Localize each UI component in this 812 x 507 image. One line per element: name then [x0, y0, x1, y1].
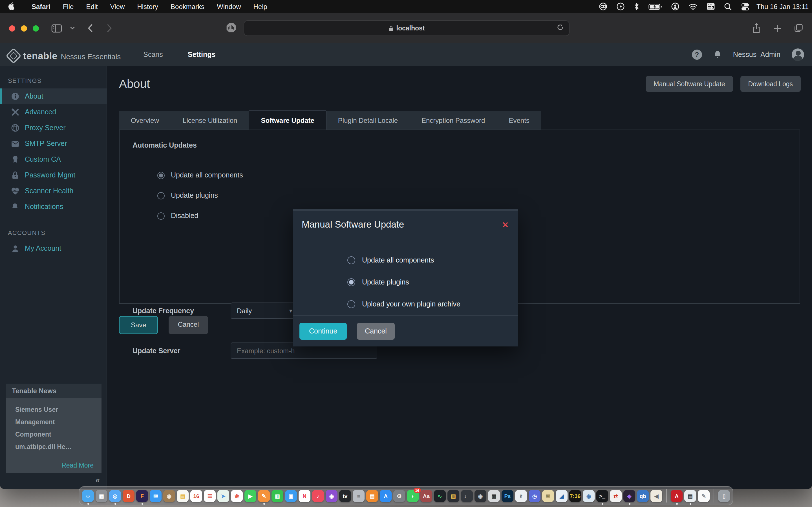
read-more-link[interactable]: Read More [15, 462, 94, 469]
sidebar-item-smtp-server[interactable]: SMTP Server [0, 136, 107, 152]
menu-file[interactable]: File [57, 3, 80, 10]
control-center-icon[interactable] [741, 3, 750, 10]
dock-icon-safari[interactable]: ◎ [109, 490, 121, 502]
brand-name[interactable]: tenable [23, 50, 57, 62]
sidebar-item-notifications[interactable]: Notifications [0, 199, 107, 215]
tab-software-update[interactable]: Software Update [249, 111, 326, 129]
sidebar-item-about[interactable]: About [0, 89, 107, 104]
nav-scans[interactable]: Scans [143, 51, 163, 59]
username[interactable]: Nessus_Admin [733, 51, 780, 59]
radio-icon[interactable] [157, 172, 165, 179]
minimize-window-button[interactable] [21, 25, 27, 31]
new-tab-icon[interactable] [773, 24, 781, 33]
dock-icon-facetime[interactable]: ▶ [245, 490, 256, 502]
dock-icon-notes[interactable]: ▤ [177, 490, 189, 502]
save-button[interactable]: Save [119, 316, 158, 334]
bluetooth-icon[interactable] [634, 2, 640, 11]
dock-icon-garageband[interactable]: ♩ [461, 490, 473, 502]
forward-button[interactable] [107, 24, 112, 33]
close-window-button[interactable] [9, 25, 15, 31]
dock-icon-dvd-player[interactable]: ◉ [474, 490, 486, 502]
user-account-icon[interactable] [671, 2, 680, 11]
menu-bookmarks[interactable]: Bookmarks [164, 3, 211, 10]
menu-window[interactable]: Window [211, 3, 247, 10]
tab-overview[interactable]: Overview [119, 111, 171, 129]
modal-radio-upload-plugin-archive[interactable]: Upload your own plugin archive [347, 300, 460, 308]
news-article-title[interactable]: Siemens User Management Component um.atb… [15, 404, 74, 453]
dock-icon-eye-app[interactable]: ◉ [583, 490, 595, 502]
battery-icon[interactable] [649, 3, 662, 10]
reload-icon[interactable] [557, 24, 564, 31]
dock-icon-wireshark[interactable]: ◢ [556, 490, 567, 502]
radio-icon[interactable] [347, 278, 355, 286]
sidebar-item-proxy-server[interactable]: Proxy Server [0, 120, 107, 136]
dock-icon-books[interactable]: ▤ [366, 490, 378, 502]
tab-license-utilization[interactable]: License Utilization [171, 111, 249, 129]
radio-icon[interactable] [157, 192, 165, 199]
menubar-clock[interactable]: Thu 16 Jan 13:11 [756, 3, 809, 10]
tab-plugin-detail-locale[interactable]: Plugin Detail Locale [326, 111, 410, 129]
menu-edit[interactable]: Edit [80, 3, 104, 10]
dock-icon-acrobat[interactable]: A [671, 490, 682, 502]
sidebar-item-scanner-health[interactable]: Scanner Health [0, 183, 107, 199]
dock-icon-lcd-clock[interactable]: 7:36 [569, 490, 581, 502]
sidebar-collapse-button[interactable]: « [95, 475, 100, 485]
dock-icon-photos[interactable]: ❀ [231, 490, 243, 502]
dock-icon-photoshop[interactable]: Ps [502, 490, 513, 502]
address-bar[interactable]: localhost [244, 20, 569, 36]
dock-icon-volume-app[interactable]: ◀ [651, 490, 662, 502]
dock-icon-maps[interactable]: ➤ [217, 490, 229, 502]
sidebar-item-advanced[interactable]: Advanced [0, 104, 107, 120]
modal-continue-button[interactable]: Continue [299, 323, 347, 340]
dock-icon-calendar[interactable]: 16 [190, 490, 202, 502]
download-logs-button[interactable]: Download Logs [740, 76, 801, 92]
dock-icon-app-store[interactable]: A [380, 490, 392, 502]
dock-icon-terminal[interactable]: >_ [596, 490, 608, 502]
apple-menu-icon[interactable] [8, 2, 15, 11]
dock-icon-diagnostics[interactable]: ⚕ [515, 490, 527, 502]
dock-icon-reminders[interactable]: ☰ [204, 490, 216, 502]
dock-icon-video-editor[interactable]: ▨ [448, 490, 459, 502]
dock-icon-system-settings[interactable]: ⚙ [393, 490, 405, 502]
dock-icon-launchpad[interactable]: ▦ [96, 490, 107, 502]
dock-icon-textedit[interactable]: ✎ [698, 490, 710, 502]
dock-icon-dictionary[interactable]: Aa [420, 490, 432, 502]
zoom-window-button[interactable] [33, 25, 39, 31]
help-icon[interactable]: ? [692, 50, 702, 60]
dock-icon-pages[interactable]: ✎ [258, 490, 270, 502]
dock-icon-mail-search[interactable]: ✉ [542, 490, 554, 502]
radio-icon[interactable] [347, 300, 355, 308]
dock-icon-doc-with-pen[interactable]: ▤ [684, 490, 696, 502]
dock-icon-news[interactable]: N [299, 490, 310, 502]
dock-icon-app-switcher[interactable]: ⇄ [610, 490, 622, 502]
tab-events[interactable]: Events [497, 111, 541, 129]
dock-icon-qbittorrent[interactable]: qb [637, 490, 649, 502]
sidebar-item-my-account[interactable]: My Account [0, 240, 107, 256]
dock-icon-contacts[interactable]: ◉ [163, 490, 175, 502]
dock-icon-activity-monitor[interactable]: ∿ [434, 490, 446, 502]
tab-encryption-password[interactable]: Encryption Password [410, 111, 497, 129]
chevron-down-icon[interactable] [70, 26, 75, 30]
cancel-button[interactable]: Cancel [169, 316, 208, 334]
radio-icon[interactable] [157, 212, 165, 219]
dock-icon-numbers[interactable]: ▥ [271, 490, 283, 502]
modal-close-icon[interactable]: ✕ [502, 220, 509, 229]
back-button[interactable] [87, 24, 93, 33]
wifi-icon[interactable] [689, 3, 698, 10]
dock-icon-obsidian[interactable]: ◆ [623, 490, 635, 502]
modal-radio-update-plugins[interactable]: Update plugins [347, 278, 409, 286]
dock-icon-finder[interactable]: ☺ [82, 490, 94, 502]
manual-software-update-button[interactable]: Manual Software Update [646, 76, 733, 92]
menu-view[interactable]: View [104, 3, 131, 10]
dock-icon-calculator[interactable]: ≡ [353, 490, 364, 502]
radio-disabled[interactable]: Disabled [157, 212, 198, 220]
dock-icon-clock[interactable]: ◷ [529, 490, 541, 502]
dock-icon-mail[interactable]: ✉ [150, 490, 161, 502]
radio-update-all-components[interactable]: Update all components [157, 171, 243, 179]
adobe-cc-icon[interactable] [599, 2, 608, 11]
dock-icon-music[interactable]: ♪ [312, 490, 324, 502]
tab-overview-icon[interactable] [794, 24, 803, 33]
sidebar-toggle-icon[interactable] [51, 24, 62, 33]
dock-icon-keynote[interactable]: ▣ [285, 490, 297, 502]
notifications-bell-icon[interactable] [713, 50, 722, 59]
